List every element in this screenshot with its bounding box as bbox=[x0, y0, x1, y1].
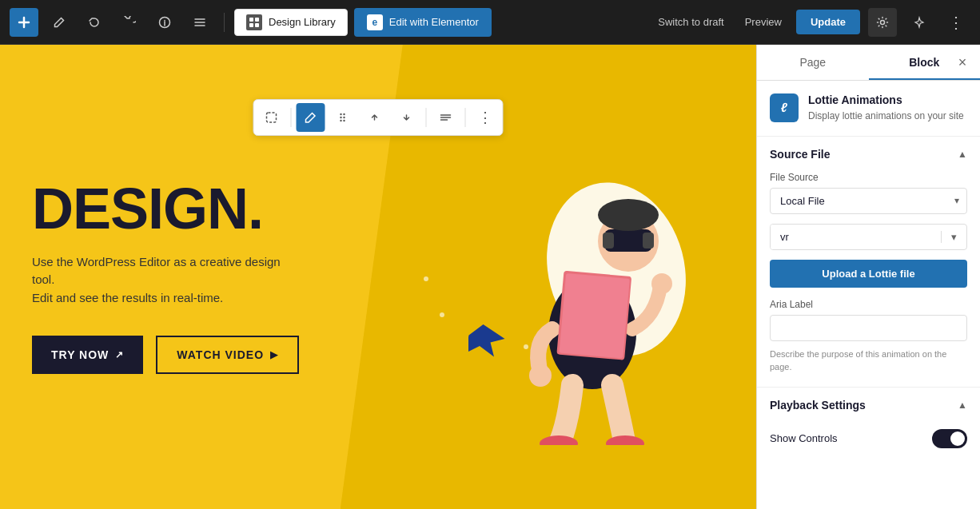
tab-page[interactable]: Page bbox=[757, 45, 869, 80]
watch-video-label: WATCH VIDEO bbox=[177, 348, 264, 361]
lottie-block-header: ℓ Lottie Animations Display lottie anima… bbox=[757, 81, 980, 137]
block-more-button[interactable]: ⋮ bbox=[471, 103, 500, 132]
svg-rect-2 bbox=[255, 18, 259, 22]
playback-settings-section: Playback Settings ▲ Show Controls bbox=[757, 387, 980, 467]
block-toolbar-sep-3 bbox=[465, 108, 466, 127]
source-file-chevron: ▲ bbox=[958, 149, 967, 160]
block-toolbar-sep-1 bbox=[291, 108, 292, 127]
main-toolbar: Design Library e Edit with Elementor Swi… bbox=[0, 0, 980, 45]
svg-rect-4 bbox=[255, 23, 259, 27]
aria-hint-text: Describe the purpose of this animation o… bbox=[770, 348, 967, 374]
svg-rect-10 bbox=[603, 233, 614, 249]
settings-button[interactable] bbox=[868, 8, 897, 37]
svg-rect-14 bbox=[560, 272, 630, 358]
hero-text-line2: Edit and see the results in real-time. bbox=[32, 291, 223, 304]
svg-point-26 bbox=[343, 120, 345, 121]
svg-point-12 bbox=[598, 199, 659, 231]
panel-close-button[interactable]: × bbox=[951, 51, 974, 74]
search-input[interactable] bbox=[771, 225, 941, 249]
search-dropdown-button[interactable]: ▾ bbox=[941, 231, 966, 243]
source-file-content: File Source Local File URL ▾ ▾ bbox=[757, 172, 980, 387]
svg-point-5 bbox=[881, 20, 885, 24]
playback-content: Show Controls bbox=[757, 423, 980, 467]
main-content: DESIGN. Use the WordPress Editor as a cr… bbox=[0, 45, 980, 509]
svg-point-21 bbox=[340, 113, 341, 115]
redo-button[interactable] bbox=[115, 8, 144, 37]
toggle-knob bbox=[950, 431, 965, 446]
svg-point-15 bbox=[529, 364, 552, 387]
select-block-button[interactable] bbox=[257, 103, 286, 132]
svg-point-18 bbox=[606, 435, 644, 445]
aria-label-section: Aria Label Describe the purpose of this … bbox=[770, 299, 967, 374]
search-row: ▾ bbox=[770, 224, 967, 250]
svg-rect-3 bbox=[249, 23, 253, 27]
design-library-icon bbox=[246, 14, 262, 30]
move-up-button[interactable] bbox=[361, 103, 389, 132]
svg-point-22 bbox=[343, 113, 345, 115]
playback-settings-title: Playback Settings bbox=[770, 399, 866, 412]
svg-point-16 bbox=[651, 273, 672, 294]
lottie-desc: Display lottie animations on your site bbox=[808, 109, 964, 123]
source-file-section: Source File ▲ File Source Local File URL… bbox=[757, 137, 980, 387]
svg-rect-11 bbox=[643, 233, 654, 249]
source-file-header[interactable]: Source File ▲ bbox=[757, 137, 980, 172]
file-source-select-wrapper: Local File URL ▾ bbox=[770, 188, 967, 214]
right-panel: Page Block × ℓ Lottie Animations Display… bbox=[756, 45, 980, 509]
source-file-title: Source File bbox=[770, 148, 830, 161]
undo-button[interactable] bbox=[80, 8, 109, 37]
toolbar-separator-1 bbox=[224, 13, 225, 32]
try-now-label: TRY NOW bbox=[51, 348, 109, 361]
update-button[interactable]: Update bbox=[796, 10, 860, 34]
file-source-label: File Source bbox=[770, 172, 967, 183]
svg-point-24 bbox=[343, 117, 345, 118]
move-down-button[interactable] bbox=[392, 103, 421, 132]
show-controls-label: Show Controls bbox=[770, 432, 838, 444]
design-library-label: Design Library bbox=[269, 16, 336, 28]
try-now-button[interactable]: TRY NOW ↗ bbox=[32, 336, 143, 374]
edit-block-button[interactable] bbox=[297, 103, 325, 132]
watch-video-button[interactable]: WATCH VIDEO ▶ bbox=[156, 336, 299, 374]
block-toolbar: ⋮ bbox=[253, 99, 504, 136]
preview-button[interactable]: Preview bbox=[739, 13, 788, 31]
tab-indicator bbox=[869, 78, 981, 80]
more-options-button[interactable]: ⋮ bbox=[942, 8, 970, 37]
align-button[interactable] bbox=[432, 103, 460, 132]
edit-elementor-label: Edit with Elementor bbox=[389, 16, 479, 28]
drag-handle-button[interactable] bbox=[329, 103, 357, 132]
external-link-icon: ↗ bbox=[115, 349, 124, 360]
svg-marker-19 bbox=[468, 324, 505, 357]
switch-draft-button[interactable]: Switch to draft bbox=[651, 13, 730, 31]
info-button[interactable] bbox=[150, 8, 179, 37]
svg-rect-1 bbox=[249, 18, 253, 22]
play-icon: ▶ bbox=[270, 349, 278, 360]
lottie-icon: ℓ bbox=[770, 93, 799, 122]
upload-lottie-button[interactable]: Upload a Lottie file bbox=[770, 260, 967, 288]
canvas-area: DESIGN. Use the WordPress Editor as a cr… bbox=[0, 45, 756, 509]
show-controls-row: Show Controls bbox=[770, 423, 967, 455]
lottie-icon-label: ℓ bbox=[781, 101, 787, 115]
lottie-title: Lottie Animations bbox=[808, 93, 964, 106]
design-library-button[interactable]: Design Library bbox=[234, 9, 348, 36]
hero-text-line1: Use the WordPress Editor as a creative d… bbox=[32, 255, 281, 287]
list-view-button[interactable] bbox=[185, 8, 214, 37]
edit-elementor-button[interactable]: e Edit with Elementor bbox=[354, 8, 492, 37]
hero-body-text: Use the WordPress Editor as a creative d… bbox=[32, 253, 304, 308]
edit-icon-button[interactable] bbox=[45, 8, 74, 37]
svg-point-23 bbox=[340, 117, 341, 118]
panel-scroll[interactable]: ℓ Lottie Animations Display lottie anima… bbox=[757, 81, 980, 509]
panel-tabs: Page Block × bbox=[757, 45, 980, 81]
elementor-icon: e bbox=[367, 14, 383, 30]
playback-settings-header[interactable]: Playback Settings ▲ bbox=[757, 388, 980, 423]
lottie-info: Lottie Animations Display lottie animati… bbox=[808, 93, 964, 123]
ai-button[interactable] bbox=[905, 8, 934, 37]
block-toolbar-sep-2 bbox=[426, 108, 427, 127]
add-button[interactable] bbox=[10, 8, 38, 37]
hero-illustration bbox=[468, 125, 708, 429]
show-controls-toggle[interactable] bbox=[932, 429, 967, 448]
aria-label-field-label: Aria Label bbox=[770, 299, 967, 310]
toolbar-right: Switch to draft Preview Update ⋮ bbox=[651, 8, 970, 37]
search-input-wrapper: ▾ bbox=[770, 224, 967, 250]
file-source-select[interactable]: Local File URL bbox=[770, 188, 967, 214]
svg-rect-20 bbox=[267, 113, 277, 122]
aria-label-input[interactable] bbox=[770, 315, 967, 341]
